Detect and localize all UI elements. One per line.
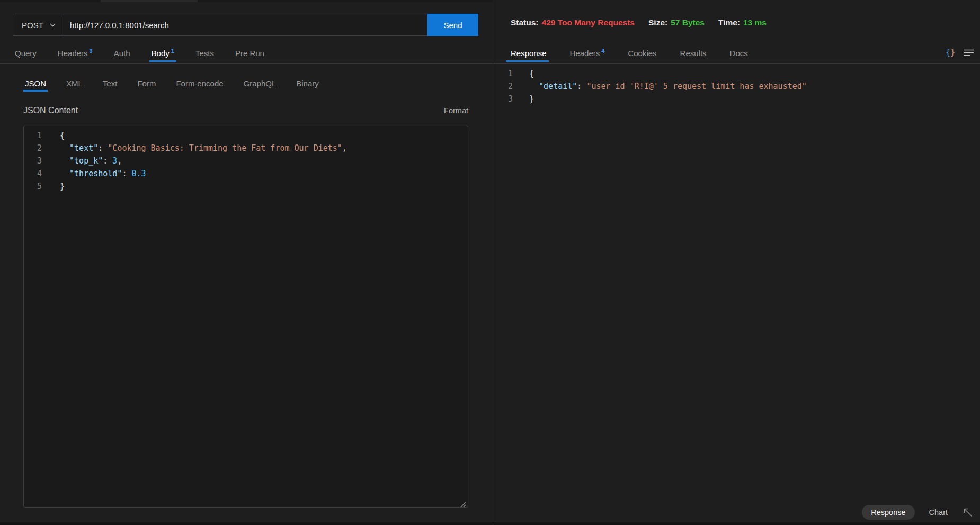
tab-form-encode[interactable]: Form-encode xyxy=(176,79,223,88)
response-tabs: ResponseHeaders4CookiesResultsDocs xyxy=(493,47,980,64)
response-status-row: Status:429 Too Many Requests Size:57 Byt… xyxy=(511,18,767,28)
tab-tests[interactable]: Tests xyxy=(195,49,214,58)
size-value: 57 Bytes xyxy=(671,18,705,27)
request-bar: POST Send xyxy=(13,14,478,36)
response-size: Size:57 Bytes xyxy=(648,18,705,28)
request-tabs: QueryHeaders3AuthBody1TestsPre Run xyxy=(0,47,493,64)
response-body-viewer[interactable]: 1{2 "detail": "user id 'R!I@' 5 request … xyxy=(493,67,980,105)
tab-auth[interactable]: Auth xyxy=(114,49,130,58)
expand-icon[interactable] xyxy=(962,506,974,518)
chevron-down-icon xyxy=(50,23,56,27)
line-number: 5 xyxy=(24,180,42,193)
tab-xml[interactable]: XML xyxy=(66,79,83,88)
resize-grip-icon[interactable] xyxy=(459,499,466,505)
menu-icon[interactable] xyxy=(964,49,974,56)
response-time: Time:13 ms xyxy=(718,18,767,28)
response-toolbar-icons: {} xyxy=(946,48,974,57)
chart-view-button[interactable]: Chart xyxy=(929,508,948,517)
line-number: 1 xyxy=(493,67,513,80)
line-number: 2 xyxy=(24,142,42,155)
tab-badge: 4 xyxy=(601,48,604,54)
tab-badge: 1 xyxy=(171,48,174,54)
tab-body[interactable]: Body1 xyxy=(152,48,174,58)
tab-cookies[interactable]: Cookies xyxy=(628,49,656,58)
tab-text[interactable]: Text xyxy=(103,79,118,88)
json-content-header: JSON Content Format xyxy=(23,106,468,115)
tab-form[interactable]: Form xyxy=(137,79,156,88)
line-number: 3 xyxy=(24,155,42,167)
code-line: 2 "text": "Cooking Basics: Trimming the … xyxy=(24,142,468,155)
line-number: 3 xyxy=(493,93,513,105)
time-value: 13 ms xyxy=(743,18,767,27)
tab-headers[interactable]: Headers4 xyxy=(570,48,605,58)
method-value: POST xyxy=(22,21,43,30)
bottom-edge-strip xyxy=(0,522,980,525)
status-code: Status:429 Too Many Requests xyxy=(511,18,635,28)
request-panel: POST Send QueryHeaders3AuthBody1TestsPre… xyxy=(0,0,493,525)
code-line: 1{ xyxy=(24,129,468,142)
body-type-tabs: JSONXMLTextFormForm-encodeGraphQLBinary xyxy=(0,78,493,92)
line-number: 1 xyxy=(24,129,42,142)
line-number: 2 xyxy=(493,80,513,93)
tab-docs[interactable]: Docs xyxy=(730,49,748,58)
format-braces-icon[interactable]: {} xyxy=(946,48,955,57)
code-line: 2 "detail": "user id 'R!I@' 5 request li… xyxy=(493,80,980,93)
status-value: 429 Too Many Requests xyxy=(542,18,635,27)
response-view-button[interactable]: Response xyxy=(862,505,914,520)
tab-results[interactable]: Results xyxy=(680,49,707,58)
json-content-label: JSON Content xyxy=(23,106,78,115)
tab-query[interactable]: Query xyxy=(15,49,37,58)
tab-graphql[interactable]: GraphQL xyxy=(244,79,277,88)
tab-pre-run[interactable]: Pre Run xyxy=(235,49,264,58)
tab-json[interactable]: JSON xyxy=(25,79,46,88)
code-line: 1{ xyxy=(493,67,980,80)
code-line: 5} xyxy=(24,180,468,193)
tab-headers[interactable]: Headers3 xyxy=(58,48,93,58)
method-select[interactable]: POST xyxy=(13,14,63,35)
tab-response[interactable]: Response xyxy=(511,49,547,58)
code-line: 3 "top_k": 3, xyxy=(24,155,468,167)
request-body-editor[interactable]: 1{2 "text": "Cooking Basics: Trimming th… xyxy=(23,126,468,508)
tab-badge: 3 xyxy=(90,48,93,54)
line-number: 4 xyxy=(24,167,42,180)
response-footer-controls: Response Chart xyxy=(862,505,974,520)
code-line: 4 "threshold": 0.3 xyxy=(24,167,468,180)
send-button[interactable]: Send xyxy=(427,14,478,36)
format-button[interactable]: Format xyxy=(444,106,468,115)
response-panel: Status:429 Too Many Requests Size:57 Byt… xyxy=(493,0,980,525)
tab-binary[interactable]: Binary xyxy=(296,79,319,88)
code-line: 3} xyxy=(493,93,980,105)
url-input[interactable] xyxy=(63,14,427,35)
